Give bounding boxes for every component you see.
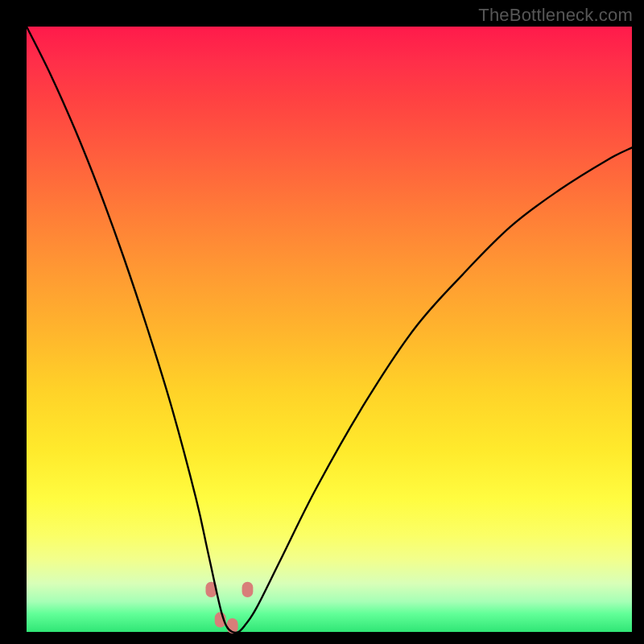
watermark-text: TheBottleneck.com xyxy=(478,5,633,26)
chart-svg xyxy=(27,27,632,632)
bottleneck-curve xyxy=(27,27,632,633)
curve-marker xyxy=(242,582,254,597)
chart-frame: TheBottleneck.com xyxy=(0,0,644,644)
markers-group xyxy=(205,582,253,634)
